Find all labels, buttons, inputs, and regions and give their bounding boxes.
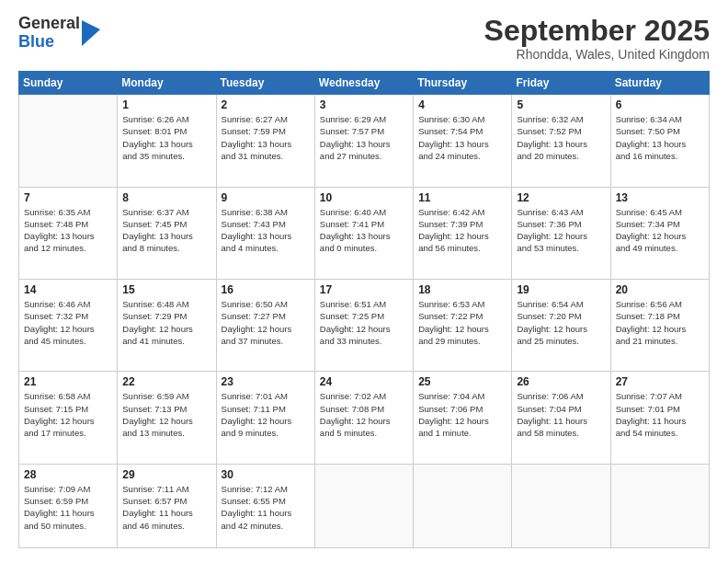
day-info: Sunrise: 6:50 AMSunset: 7:27 PMDaylight:… — [222, 298, 310, 347]
table-row: 11Sunrise: 6:42 AMSunset: 7:39 PMDayligh… — [414, 187, 512, 279]
table-row: 18Sunrise: 6:53 AMSunset: 7:22 PMDayligh… — [414, 279, 512, 371]
day-number: 12 — [517, 191, 605, 204]
day-info: Sunrise: 6:29 AMSunset: 7:57 PMDaylight:… — [320, 113, 408, 162]
table-row: 6Sunrise: 6:34 AMSunset: 7:50 PMDaylight… — [610, 95, 709, 187]
day-info: Sunrise: 6:32 AMSunset: 7:52 PMDaylight:… — [517, 113, 605, 162]
day-number: 22 — [122, 375, 210, 388]
day-info: Sunrise: 6:42 AMSunset: 7:39 PMDaylight:… — [418, 206, 506, 255]
calendar-header-row: Sunday Monday Tuesday Wednesday Thursday… — [19, 72, 710, 95]
svg-marker-0 — [82, 20, 100, 46]
day-number: 9 — [222, 191, 310, 204]
table-row: 27Sunrise: 7:07 AMSunset: 7:01 PMDayligh… — [610, 372, 709, 464]
day-info: Sunrise: 7:02 AMSunset: 7:08 PMDaylight:… — [320, 390, 408, 439]
header-sunday: Sunday — [19, 72, 118, 95]
day-info: Sunrise: 6:54 AMSunset: 7:20 PMDaylight:… — [517, 298, 605, 347]
day-number: 26 — [517, 375, 605, 388]
table-row: 3Sunrise: 6:29 AMSunset: 7:57 PMDaylight… — [314, 95, 413, 187]
day-info: Sunrise: 7:04 AMSunset: 7:06 PMDaylight:… — [418, 390, 506, 439]
day-info: Sunrise: 6:30 AMSunset: 7:54 PMDaylight:… — [418, 113, 506, 162]
day-info: Sunrise: 7:11 AMSunset: 6:57 PMDaylight:… — [122, 483, 210, 532]
table-row: 23Sunrise: 7:01 AMSunset: 7:11 PMDayligh… — [216, 372, 314, 464]
day-number: 11 — [418, 191, 506, 204]
table-row: 25Sunrise: 7:04 AMSunset: 7:06 PMDayligh… — [414, 372, 512, 464]
day-number: 20 — [616, 283, 704, 296]
table-row: 5Sunrise: 6:32 AMSunset: 7:52 PMDaylight… — [512, 95, 610, 187]
table-row: 22Sunrise: 6:59 AMSunset: 7:13 PMDayligh… — [118, 372, 216, 464]
day-number: 23 — [222, 375, 310, 388]
day-info: Sunrise: 7:01 AMSunset: 7:11 PMDaylight:… — [222, 390, 310, 439]
table-row: 10Sunrise: 6:40 AMSunset: 7:41 PMDayligh… — [314, 187, 413, 279]
table-row: 17Sunrise: 6:51 AMSunset: 7:25 PMDayligh… — [314, 279, 413, 371]
day-number: 7 — [24, 191, 112, 204]
table-row: 4Sunrise: 6:30 AMSunset: 7:54 PMDaylight… — [414, 95, 512, 187]
day-info: Sunrise: 6:48 AMSunset: 7:29 PMDaylight:… — [122, 298, 210, 347]
day-info: Sunrise: 6:45 AMSunset: 7:34 PMDaylight:… — [616, 206, 704, 255]
page: General Blue September 2025 Rhondda, Wal… — [0, 0, 728, 563]
header-friday: Friday — [512, 72, 610, 95]
logo-icon — [82, 20, 100, 46]
logo-blue: Blue — [18, 33, 80, 52]
table-row — [414, 464, 512, 547]
header-saturday: Saturday — [610, 72, 709, 95]
day-info: Sunrise: 6:35 AMSunset: 7:48 PMDaylight:… — [24, 206, 112, 255]
day-number: 19 — [517, 283, 605, 296]
table-row: 28Sunrise: 7:09 AMSunset: 6:59 PMDayligh… — [19, 464, 118, 547]
logo-text: General Blue — [18, 15, 80, 52]
header-monday: Monday — [118, 72, 216, 95]
day-info: Sunrise: 7:09 AMSunset: 6:59 PMDaylight:… — [24, 483, 112, 532]
day-number: 1 — [122, 98, 210, 111]
table-row: 20Sunrise: 6:56 AMSunset: 7:18 PMDayligh… — [610, 279, 709, 371]
logo: General Blue — [18, 15, 100, 52]
day-number: 17 — [320, 283, 408, 296]
day-number: 14 — [24, 283, 112, 296]
table-row: 7Sunrise: 6:35 AMSunset: 7:48 PMDaylight… — [19, 187, 118, 279]
title-block: September 2025 Rhondda, Wales, United Ki… — [484, 15, 710, 62]
day-number: 8 — [122, 191, 210, 204]
day-info: Sunrise: 6:26 AMSunset: 8:01 PMDaylight:… — [122, 113, 210, 162]
day-info: Sunrise: 6:43 AMSunset: 7:36 PMDaylight:… — [517, 206, 605, 255]
day-number: 3 — [320, 98, 408, 111]
table-row: 8Sunrise: 6:37 AMSunset: 7:45 PMDaylight… — [118, 187, 216, 279]
day-info: Sunrise: 6:27 AMSunset: 7:59 PMDaylight:… — [222, 113, 310, 162]
table-row — [610, 464, 709, 547]
header-tuesday: Tuesday — [216, 72, 314, 95]
day-info: Sunrise: 7:12 AMSunset: 6:55 PMDaylight:… — [222, 483, 310, 532]
day-info: Sunrise: 6:34 AMSunset: 7:50 PMDaylight:… — [616, 113, 704, 162]
day-info: Sunrise: 6:58 AMSunset: 7:15 PMDaylight:… — [24, 390, 112, 439]
location: Rhondda, Wales, United Kingdom — [484, 47, 710, 62]
day-number: 16 — [222, 283, 310, 296]
table-row — [512, 464, 610, 547]
day-info: Sunrise: 7:06 AMSunset: 7:04 PMDaylight:… — [517, 390, 605, 439]
table-row: 16Sunrise: 6:50 AMSunset: 7:27 PMDayligh… — [216, 279, 314, 371]
table-row: 30Sunrise: 7:12 AMSunset: 6:55 PMDayligh… — [216, 464, 314, 547]
day-info: Sunrise: 6:59 AMSunset: 7:13 PMDaylight:… — [122, 390, 210, 439]
day-number: 10 — [320, 191, 408, 204]
day-info: Sunrise: 6:37 AMSunset: 7:45 PMDaylight:… — [122, 206, 210, 255]
day-info: Sunrise: 6:53 AMSunset: 7:22 PMDaylight:… — [418, 298, 506, 347]
table-row: 12Sunrise: 6:43 AMSunset: 7:36 PMDayligh… — [512, 187, 610, 279]
day-number: 24 — [320, 375, 408, 388]
day-number: 29 — [122, 468, 210, 481]
table-row: 24Sunrise: 7:02 AMSunset: 7:08 PMDayligh… — [314, 372, 413, 464]
table-row: 26Sunrise: 7:06 AMSunset: 7:04 PMDayligh… — [512, 372, 610, 464]
day-number: 30 — [222, 468, 310, 481]
table-row: 15Sunrise: 6:48 AMSunset: 7:29 PMDayligh… — [118, 279, 216, 371]
day-number: 4 — [418, 98, 506, 111]
table-row: 21Sunrise: 6:58 AMSunset: 7:15 PMDayligh… — [19, 372, 118, 464]
header-wednesday: Wednesday — [314, 72, 413, 95]
calendar-table: Sunday Monday Tuesday Wednesday Thursday… — [18, 71, 710, 548]
table-row: 19Sunrise: 6:54 AMSunset: 7:20 PMDayligh… — [512, 279, 610, 371]
day-info: Sunrise: 6:46 AMSunset: 7:32 PMDaylight:… — [24, 298, 112, 347]
day-info: Sunrise: 7:07 AMSunset: 7:01 PMDaylight:… — [616, 390, 704, 439]
day-number: 18 — [418, 283, 506, 296]
day-number: 13 — [616, 191, 704, 204]
day-number: 2 — [222, 98, 310, 111]
month-title: September 2025 — [484, 15, 710, 47]
day-info: Sunrise: 6:38 AMSunset: 7:43 PMDaylight:… — [222, 206, 310, 255]
day-number: 5 — [517, 98, 605, 111]
day-number: 21 — [24, 375, 112, 388]
day-number: 27 — [616, 375, 704, 388]
day-number: 25 — [418, 375, 506, 388]
day-info: Sunrise: 6:56 AMSunset: 7:18 PMDaylight:… — [616, 298, 704, 347]
table-row — [314, 464, 413, 547]
